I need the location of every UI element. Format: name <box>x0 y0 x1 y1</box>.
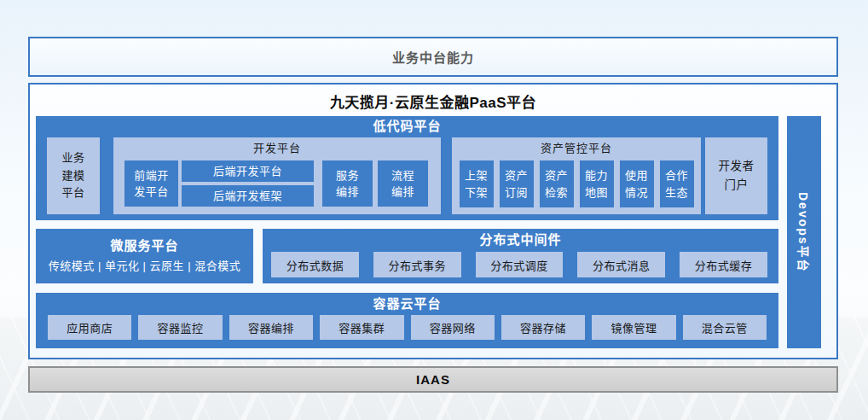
middleware-item: 分布式缓存 <box>680 252 767 277</box>
asset-control-platform-title: 资产管控平台 <box>452 137 701 159</box>
container-item: 容器网络 <box>411 315 495 340</box>
asset-item: 合作 生态 <box>660 160 694 207</box>
asset-item: 使用 情况 <box>620 160 654 207</box>
container-item: 镜像管理 <box>592 315 675 340</box>
lowcode-platform-box: 低代码平台 业务 建模 平台 开发平台 前端开 发平台 后端开发平台 后端开发框… <box>36 116 778 220</box>
asset-item: 资产 检索 <box>540 160 574 207</box>
middleware-item: 分布式调度 <box>476 252 564 277</box>
banner-label: 业务中台能力 <box>392 48 474 66</box>
middleware-item: 分布式数据 <box>271 252 359 277</box>
asset-item: 资产 订阅 <box>500 160 534 207</box>
asset-control-platform-box: 资产管控平台 上架 下架 资产 订阅 资产 检索 能力 地图 使用 情况 合作 … <box>452 137 701 214</box>
microservice-platform-box: 微服务平台 传统模式 | 单元化 | 云原生 | 混合模式 <box>36 229 253 283</box>
business-middle-platform-banner: 业务中台能力 <box>28 37 838 77</box>
architecture-diagram: { "banner": { "label": "业务中台能力" }, "plat… <box>0 0 868 420</box>
lowcode-platform-title: 低代码平台 <box>36 116 778 137</box>
container-item: 混合云管 <box>683 315 767 340</box>
container-item: 容器集群 <box>320 315 403 340</box>
microservice-modes: 传统模式 | 单元化 | 云原生 | 混合模式 <box>36 257 253 273</box>
container-item: 容器监控 <box>138 315 222 340</box>
container-cloud-platform-title: 容器云平台 <box>36 293 778 314</box>
container-cloud-platform-box: 容器云平台 应用商店 容器监控 容器编排 容器集群 容器网络 容器存储 镜像管理… <box>36 293 778 348</box>
service-orchestration-box: 服务 编排 <box>322 160 373 207</box>
iaas-label: IAAS <box>416 372 450 387</box>
asset-item: 上架 下架 <box>460 160 494 207</box>
paas-platform-container: 九天揽月·云原生金融PaaS平台 低代码平台 业务 建模 平台 开发平台 前端开… <box>28 83 838 359</box>
devops-platform-column: Devops平台 <box>787 116 821 348</box>
container-item: 应用商店 <box>48 315 131 340</box>
container-item: 容器编排 <box>229 315 313 340</box>
asset-item: 能力 地图 <box>580 160 614 207</box>
container-items-row: 应用商店 容器监控 容器编排 容器集群 容器网络 容器存储 镜像管理 混合云管 <box>48 315 767 340</box>
distributed-middleware-title: 分布式中间件 <box>263 229 778 251</box>
backend-dev-framework-box: 后端开发框架 <box>182 185 314 207</box>
middleware-items-row: 分布式数据 分布式事务 分布式调度 分布式消息 分布式缓存 <box>271 252 767 277</box>
distributed-middleware-box: 分布式中间件 分布式数据 分布式事务 分布式调度 分布式消息 分布式缓存 <box>263 229 778 283</box>
dev-platform-box: 开发平台 前端开 发平台 后端开发平台 后端开发框架 服务 编排 流程 编排 <box>113 137 441 214</box>
platform-title: 九天揽月·云原生金融PaaS平台 <box>30 90 836 112</box>
backend-dev-platform-box: 后端开发平台 <box>182 160 314 182</box>
iaas-bar: IAAS <box>28 366 838 393</box>
microservice-platform-title: 微服务平台 <box>36 236 253 254</box>
asset-items-row: 上架 下架 资产 订阅 资产 检索 能力 地图 使用 情况 合作 生态 <box>452 160 701 207</box>
process-orchestration-box: 流程 编排 <box>378 160 428 207</box>
dev-platform-title: 开发平台 <box>113 137 441 159</box>
business-modeling-box: 业务 建模 平台 <box>47 137 100 214</box>
middleware-item: 分布式事务 <box>373 252 461 277</box>
container-item: 容器存储 <box>501 315 585 340</box>
developer-portal-box: 开发者 门户 <box>705 137 767 214</box>
middleware-item: 分布式消息 <box>577 252 665 277</box>
frontend-dev-box: 前端开 发平台 <box>124 160 178 207</box>
